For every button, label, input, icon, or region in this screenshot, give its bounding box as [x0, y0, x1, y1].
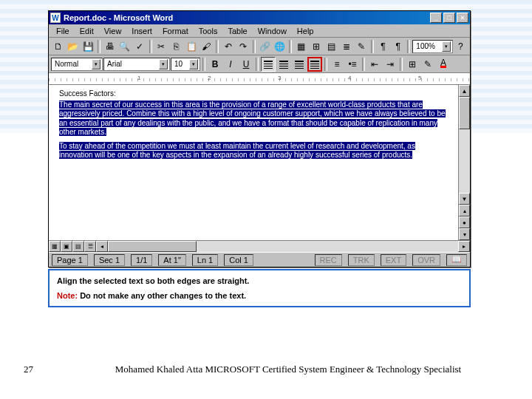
vertical-scrollbar[interactable]: ▲ ▼ ▴ ● ▾	[458, 85, 470, 240]
status-page: Page 1	[52, 254, 88, 266]
slide-number: 27	[24, 364, 68, 375]
maximize-button[interactable]: □	[443, 13, 455, 23]
word-window: W Report.doc - Microsoft Word _ □ × File…	[48, 10, 471, 267]
status-rec[interactable]: REC	[315, 254, 342, 266]
menu-format[interactable]: Format	[158, 26, 193, 36]
decrease-indent-button[interactable]: ⇤	[367, 57, 382, 72]
zoom-value: 100%	[416, 42, 441, 50]
document-page[interactable]: Success Factors: The main secret of our …	[49, 85, 458, 240]
zoom-combo[interactable]: 100% ▾	[412, 40, 452, 53]
paste-icon[interactable]: 📋	[184, 39, 198, 54]
underline-button[interactable]: U	[239, 57, 253, 72]
show-hide-icon[interactable]: ¶	[391, 39, 405, 54]
note-label: Note:	[57, 291, 78, 300]
menu-insert[interactable]: Insert	[127, 26, 157, 36]
browse-object-icon[interactable]: ●	[459, 216, 470, 228]
print-preview-icon[interactable]: 🔍	[117, 39, 132, 54]
borders-button[interactable]: ⊞	[405, 57, 420, 72]
menu-window[interactable]: Window	[253, 26, 291, 36]
next-page-icon[interactable]: ▾	[459, 228, 470, 240]
window-title: Report.doc - Microsoft Word	[64, 13, 429, 22]
bullet-list-button[interactable]: •≡	[345, 57, 360, 72]
heading-text: Success Factors:	[59, 89, 449, 99]
undo-icon[interactable]: ↶	[221, 39, 235, 54]
redo-icon[interactable]: ↷	[236, 39, 250, 54]
tables-borders-icon[interactable]: ▦	[294, 39, 308, 54]
cut-icon[interactable]: ✂	[154, 39, 168, 54]
menu-file[interactable]: File	[52, 26, 74, 36]
font-value: Arial	[107, 60, 159, 68]
increase-indent-button[interactable]: ⇥	[383, 57, 398, 72]
align-center-button[interactable]	[276, 57, 291, 72]
insert-table-icon[interactable]: ⊞	[310, 39, 324, 54]
format-painter-icon[interactable]: 🖌	[200, 39, 214, 54]
help-icon[interactable]: ?	[454, 39, 468, 54]
status-ovr[interactable]: OVR	[412, 254, 440, 266]
spellcheck-icon[interactable]: ✓	[133, 39, 147, 54]
minimize-button[interactable]: _	[430, 13, 442, 23]
scroll-down-icon[interactable]: ▼	[459, 193, 470, 205]
copy-icon[interactable]: ⎘	[169, 39, 183, 54]
font-size-combo[interactable]: 10 ▾	[171, 58, 200, 71]
font-combo[interactable]: Arial ▾	[103, 58, 170, 71]
print-icon[interactable]: 🖶	[103, 39, 117, 54]
menubar: File Edit View Insert Format Tools Table…	[49, 24, 470, 38]
status-pages: 1/1	[131, 254, 152, 266]
prev-page-icon[interactable]: ▴	[459, 205, 470, 216]
align-left-button[interactable]	[261, 57, 276, 72]
hyperlink-icon[interactable]: 🔗	[258, 39, 272, 54]
menu-table[interactable]: Table	[223, 26, 251, 36]
ruler[interactable]: 1 2 3 4 5	[49, 73, 470, 85]
document-area: Success Factors: The main secret of our …	[49, 85, 470, 240]
status-book-icon[interactable]: 📖	[446, 254, 467, 266]
font-color-button[interactable]: A	[436, 57, 451, 72]
web-toolbar-icon[interactable]: 🌐	[273, 39, 287, 54]
align-justify-button[interactable]	[307, 57, 322, 72]
instruction-box: Align the selected text so both edges ar…	[48, 269, 471, 307]
new-doc-icon[interactable]: 🗋	[51, 39, 65, 54]
scroll-up-icon[interactable]: ▲	[459, 85, 470, 97]
hscroll-thumb[interactable]	[108, 241, 197, 252]
selected-paragraph-1: The main secret of our success in this a…	[59, 100, 446, 137]
horizontal-scrollbar[interactable]	[108, 241, 458, 252]
drawing-icon[interactable]: ✎	[355, 39, 369, 54]
status-trk[interactable]: TRK	[348, 254, 375, 266]
status-ext[interactable]: EXT	[381, 254, 406, 266]
align-right-button[interactable]	[292, 57, 307, 72]
save-icon[interactable]: 💾	[81, 39, 95, 54]
menu-edit[interactable]: Edit	[75, 26, 98, 36]
close-button[interactable]: ×	[457, 13, 468, 23]
slide-credit: Mohamed Khaled Atta MICROSOFT Certified …	[68, 364, 508, 375]
open-icon[interactable]: 📂	[66, 39, 80, 54]
menu-tools[interactable]: Tools	[194, 26, 222, 36]
scroll-left-icon[interactable]: ◂	[96, 241, 108, 252]
status-section: Sec 1	[94, 254, 125, 266]
web-layout-icon[interactable]: ▣	[61, 241, 72, 252]
horizontal-scrollbar-row: ▦ ▣ ▤ ☰ ◂ ▸	[49, 240, 470, 252]
statusbar: Page 1 Sec 1 1/1 At 1" Ln 1 Col 1 REC TR…	[49, 252, 470, 267]
excel-icon[interactable]: ▤	[324, 39, 338, 54]
scroll-right-icon[interactable]: ▸	[458, 241, 470, 252]
chevron-down-icon[interactable]: ▾	[92, 59, 100, 69]
word-app-icon: W	[50, 13, 61, 23]
outline-view-icon[interactable]: ☰	[84, 241, 96, 252]
menu-help[interactable]: Help	[293, 26, 318, 36]
chevron-down-icon[interactable]: ▾	[159, 59, 168, 69]
scroll-thumb[interactable]	[459, 97, 470, 129]
formatting-toolbar: Normal ▾ Arial ▾ 10 ▾ B I U ≡ •≡	[49, 55, 470, 73]
numbered-list-button[interactable]: ≡	[330, 57, 344, 72]
bold-button[interactable]: B	[208, 57, 222, 72]
chevron-down-icon[interactable]: ▾	[442, 41, 451, 52]
highlight-button[interactable]: ✎	[420, 57, 435, 72]
italic-button[interactable]: I	[223, 57, 238, 72]
normal-view-icon[interactable]: ▦	[49, 241, 61, 252]
chevron-down-icon[interactable]: ▾	[189, 59, 198, 69]
print-layout-icon[interactable]: ▤	[72, 241, 84, 252]
style-combo[interactable]: Normal ▾	[51, 58, 103, 71]
selected-paragraph-2: To stay ahead of the competition we must…	[59, 142, 415, 160]
columns-icon[interactable]: ≣	[339, 39, 353, 54]
instruction-note: Note: Do not make any other changes to t…	[57, 291, 462, 300]
menu-view[interactable]: View	[100, 26, 126, 36]
slide-footer: 27 Mohamed Khaled Atta MICROSOFT Certifi…	[0, 364, 532, 375]
document-map-icon[interactable]: ¶	[376, 39, 390, 54]
